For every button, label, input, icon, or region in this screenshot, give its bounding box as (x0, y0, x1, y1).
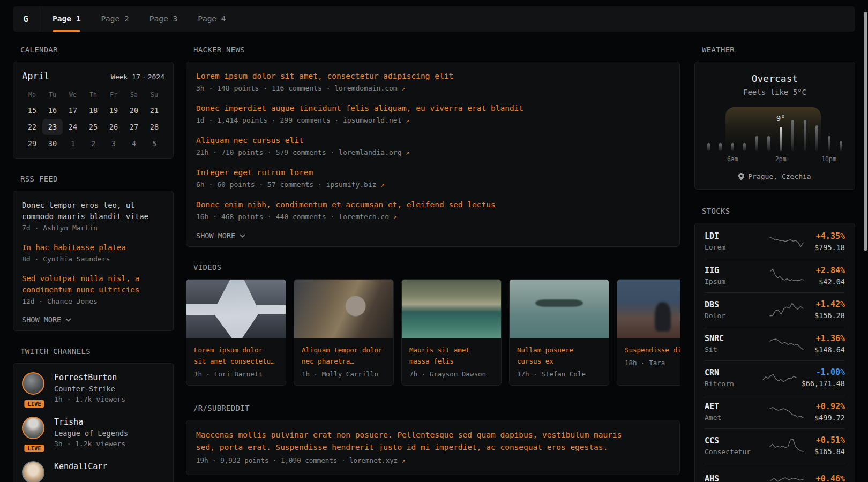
video-thumbnail[interactable] (294, 280, 393, 338)
video-card-body: Suspendisse diam18h · Tara (617, 338, 680, 374)
sparkline-chart (769, 335, 804, 353)
hackernews-item-link[interactable]: Integer eget rutrum lorem (196, 167, 670, 178)
video-thumbnail[interactable] (186, 280, 286, 338)
thumbnail-shape (655, 302, 671, 332)
left-column: CALENDAR April Week 17·2024 MoTuWeThFrSa… (13, 46, 174, 482)
weather-bar-column (791, 120, 794, 151)
rss-item-link[interactable]: In hac habitasse platea (22, 242, 164, 253)
calendar-weekday: Sa (124, 88, 144, 102)
twitch-channel-name[interactable]: ForrestBurton (54, 372, 125, 383)
calendar-weekday: Th (83, 88, 103, 102)
hackernews-item-link[interactable]: Lorem ipsum dolor sit amet, consectetur … (196, 70, 670, 82)
rss-item: Donec tempor eros leo, ut commodo mauris… (22, 200, 164, 234)
video-title-link[interactable]: Suspendisse diam (625, 344, 680, 356)
calendar-day: 3 (103, 135, 124, 152)
stock-price: $156.28 (814, 311, 845, 320)
calendar-week-year: Week 17·2024 (111, 73, 164, 81)
calendar-month: April (22, 71, 49, 81)
hackernews-item-link[interactable]: Donec enim nibh, condimentum et accumsan… (196, 199, 670, 210)
stock-values: +1.36%$148.64 (814, 334, 845, 354)
external-link-icon: ↗ (393, 213, 397, 221)
stock-row[interactable]: AHS+0.46% (705, 463, 845, 482)
stock-sparkline (758, 232, 814, 251)
twitch-section-title: TWITCH CHANNELS (20, 347, 174, 356)
stock-info: AHS (705, 474, 758, 482)
twitch-channel-row[interactable]: LIVEForrestBurtonCounter-Strike1h · 1.7k… (22, 372, 164, 405)
stock-row[interactable]: DBSDolor+1.42%$156.28 (705, 292, 845, 327)
stock-row[interactable]: CRNBitcorn-1.00%$66,171.48 (705, 360, 845, 395)
weather-hour-label: 2pm (775, 155, 787, 163)
weather-hour-label: 6am (727, 155, 738, 163)
twitch-channel-row[interactable]: KendallCarr (22, 461, 164, 482)
stock-symbol: SNRC (705, 334, 758, 343)
stock-row[interactable]: SNRCSit+1.36%$148.64 (705, 327, 845, 361)
twitch-avatar[interactable] (22, 461, 47, 482)
hackernews-item-link[interactable]: Aliquam nec cursus elit (196, 134, 670, 146)
twitch-channel-name[interactable]: Trisha (54, 417, 128, 428)
stock-info: LDILorem (705, 231, 758, 251)
tab-page-4[interactable]: Page 4 (188, 6, 236, 32)
weather-section-title: WEATHER (702, 46, 855, 54)
calendar-day: 18 (83, 102, 103, 118)
sparkline-chart (769, 300, 804, 319)
twitch-avatar[interactable]: LIVE (22, 372, 47, 405)
rss-item: Sed volutpat nulla nisl, a condimentum n… (22, 273, 164, 307)
stock-row[interactable]: AETAmet+0.92%$499.72 (705, 395, 845, 429)
hackernews-card: Lorem ipsum dolor sit amet, consectetur … (186, 62, 680, 247)
hackernews-item: Aliquam nec cursus elit21h · 710 points … (196, 134, 670, 159)
video-thumbnail[interactable] (510, 280, 609, 338)
hackernews-item-link[interactable]: Donec imperdiet augue tincidunt felis al… (196, 102, 670, 114)
sparkline-chart (769, 403, 804, 421)
weather-condition: Overcast (704, 73, 846, 84)
video-title-link[interactable]: Mauris sit amet massa felis (409, 344, 493, 367)
rss-item-link[interactable]: Donec tempor eros leo, ut commodo mauris… (22, 200, 164, 222)
sparkline-chart (762, 368, 797, 387)
vertical-scrollbar[interactable] (864, 12, 867, 251)
twitch-channel-name[interactable]: KendallCarr (54, 461, 107, 472)
video-card[interactable]: Suspendisse diam18h · Tara (617, 279, 680, 386)
tab-page-3[interactable]: Page 3 (139, 6, 188, 32)
twitch-avatar[interactable]: LIVE (22, 417, 47, 449)
weather-bar (828, 136, 830, 151)
stocks-widget: STOCKS LDILorem+4.35%$795.18IIGIpsum+2.8… (694, 207, 855, 482)
video-card[interactable]: Aliquam tempor dolor nec pharetra…1h · M… (294, 279, 394, 386)
video-title-link[interactable]: Nullam posuere cursus ex (517, 344, 601, 367)
stock-price: $499.72 (814, 413, 845, 422)
thumbnail-shape (186, 280, 230, 304)
calendar-year: 2024 (148, 73, 164, 81)
calendar-day: 21 (144, 102, 164, 118)
video-card[interactable]: Lorem ipsum dolor sit amet consectetu…1h… (186, 279, 286, 386)
stock-row[interactable]: CCSConsectetur+0.51%$165.84 (705, 428, 845, 463)
subreddit-post-link[interactable]: Maecenas mollis pulvinar erat non posuer… (196, 429, 631, 454)
stock-row[interactable]: IIGIpsum+2.84%$42.04 (705, 259, 845, 293)
stock-row[interactable]: LDILorem+4.35%$795.18 (705, 224, 845, 259)
location-pin-icon (738, 173, 744, 180)
stock-name: Dolor (705, 312, 758, 320)
video-title-link[interactable]: Aliquam tempor dolor nec pharetra… (302, 344, 386, 367)
rss-show-more-button[interactable]: SHOW MORE (22, 315, 164, 324)
video-card[interactable]: Nullam posuere cursus ex17h · Stefan Col… (509, 279, 609, 386)
twitch-channel-row[interactable]: LIVETrishaLeague of Legends3h · 1.2k vie… (22, 417, 164, 449)
weather-bar (804, 120, 806, 151)
stock-symbol: DBS (705, 300, 758, 310)
video-thumbnail[interactable] (402, 280, 501, 338)
weather-feels-like: Feels like 5°C (704, 88, 846, 96)
calendar-day: 28 (144, 119, 164, 135)
video-card[interactable]: Mauris sit amet massa felis7h · Grayson … (401, 279, 502, 386)
rss-item-meta: 7d · Ashlyn Martin (22, 223, 164, 234)
tab-page-1[interactable]: Page 1 (42, 6, 91, 32)
hackernews-item: Donec imperdiet augue tincidunt felis al… (196, 102, 670, 126)
app-logo[interactable]: G (13, 6, 39, 32)
tab-page-2[interactable]: Page 2 (91, 6, 139, 32)
twitch-channel-game: Counter-Strike (54, 383, 125, 394)
video-title-link[interactable]: Lorem ipsum dolor sit amet consectetu… (194, 344, 278, 367)
rss-item-link[interactable]: Sed volutpat nulla nisl, a condimentum n… (22, 273, 164, 296)
weather-bar-chart: 9° (707, 107, 842, 151)
stocks-list: LDILorem+4.35%$795.18IIGIpsum+2.84%$42.0… (705, 224, 845, 482)
calendar-day: 24 (63, 119, 83, 135)
sparkline-chart (769, 267, 805, 285)
video-thumbnail[interactable] (617, 280, 680, 338)
weather-bar-column (804, 120, 806, 151)
hackernews-show-more-button[interactable]: SHOW MORE (196, 231, 670, 240)
stock-symbol: AET (705, 402, 758, 411)
